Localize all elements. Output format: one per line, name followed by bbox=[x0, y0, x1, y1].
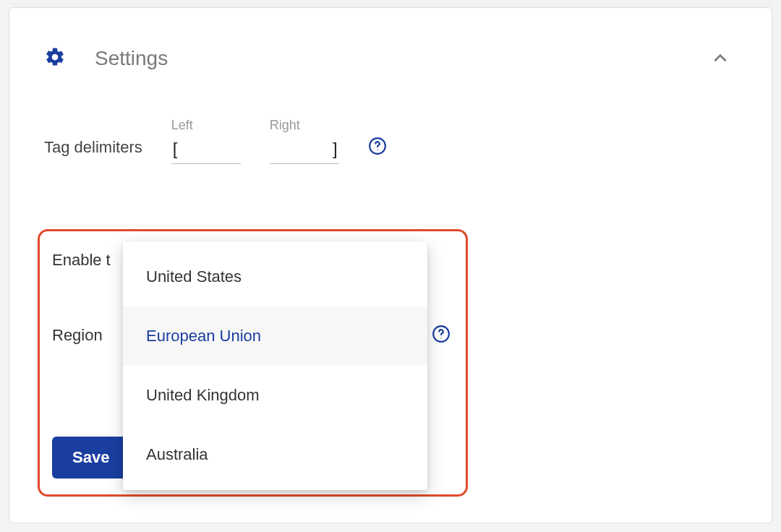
right-delim-input[interactable] bbox=[270, 136, 339, 164]
tag-delimiters-label: Tag delimiters bbox=[44, 138, 142, 164]
region-dropdown[interactable]: United States European Union United King… bbox=[123, 241, 427, 490]
region-option-au[interactable]: Australia bbox=[123, 425, 427, 484]
settings-title: Settings bbox=[95, 47, 168, 70]
save-button[interactable]: Save bbox=[52, 437, 129, 479]
tag-delimiters-row: Tag delimiters Left Right bbox=[44, 118, 737, 164]
right-delim-hint: Right bbox=[270, 118, 339, 133]
region-help[interactable] bbox=[432, 325, 452, 345]
region-option-uk[interactable]: United Kingdom bbox=[123, 366, 427, 425]
chevron-up-icon bbox=[711, 49, 730, 68]
region-option-us[interactable]: United States bbox=[123, 247, 427, 306]
gear-icon bbox=[44, 46, 66, 71]
left-delim-hint: Left bbox=[171, 118, 241, 133]
region-label: Region bbox=[52, 326, 103, 345]
enable-label: Enable t bbox=[52, 251, 111, 270]
right-delimiter-field: Right bbox=[270, 118, 339, 164]
left-delim-input[interactable] bbox=[171, 136, 241, 164]
svg-point-1 bbox=[377, 150, 377, 150]
settings-card: Settings Tag delimiters Left Right Enabl… bbox=[9, 7, 772, 523]
svg-point-3 bbox=[440, 338, 441, 338]
region-option-eu[interactable]: European Union bbox=[123, 306, 427, 366]
settings-header: Settings bbox=[44, 43, 737, 74]
help-icon bbox=[432, 325, 451, 343]
delimiters-help[interactable] bbox=[368, 137, 388, 157]
collapse-toggle[interactable] bbox=[704, 42, 737, 75]
left-delimiter-field: Left bbox=[171, 118, 241, 164]
help-icon bbox=[368, 137, 387, 155]
